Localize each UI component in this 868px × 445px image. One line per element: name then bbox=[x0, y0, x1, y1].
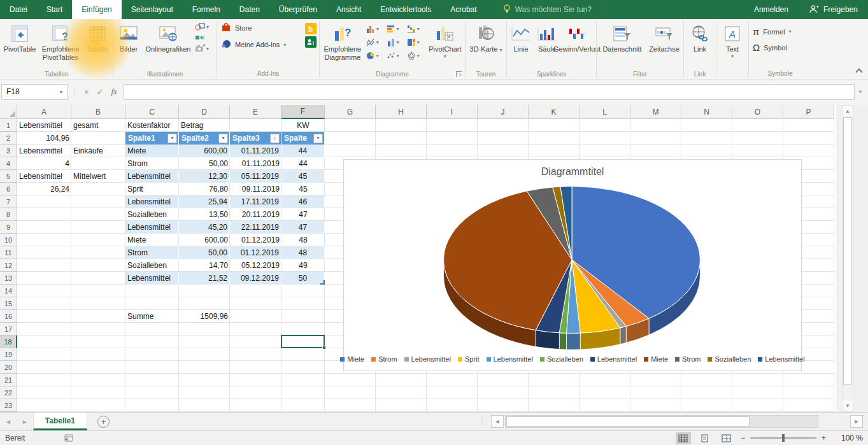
horizontal-scroll-thumb[interactable] bbox=[506, 416, 750, 427]
cell-C2[interactable]: Spalte1▾ bbox=[125, 132, 179, 145]
column-header-M[interactable]: M bbox=[630, 105, 681, 119]
cell-A2[interactable]: 104,96 bbox=[17, 132, 71, 145]
cell-F1[interactable]: KW bbox=[281, 119, 325, 132]
cell-F10[interactable]: 48 bbox=[281, 234, 325, 246]
zoom-in-icon[interactable]: + bbox=[822, 434, 826, 442]
cell-D8[interactable]: 13,50 bbox=[179, 208, 230, 221]
column-header-B[interactable]: B bbox=[71, 105, 125, 119]
row-header-13[interactable]: 13 bbox=[0, 272, 17, 285]
cell-F12[interactable]: 49 bbox=[281, 259, 325, 272]
row-header-5[interactable]: 5 bbox=[0, 170, 17, 183]
column-header-E[interactable]: E bbox=[230, 105, 281, 119]
column-header-G[interactable]: G bbox=[325, 105, 376, 119]
cell-D12[interactable]: 14,70 bbox=[179, 259, 230, 272]
row-header-8[interactable]: 8 bbox=[0, 208, 17, 221]
cell-A4[interactable]: 4 bbox=[17, 157, 71, 170]
previous-sheet-icon[interactable]: ◄ bbox=[0, 418, 17, 425]
row-header-16[interactable]: 16 bbox=[0, 310, 17, 323]
chart-title[interactable]: Diagrammtitel bbox=[344, 166, 801, 178]
textfeld-button[interactable]: A Text ▾ bbox=[719, 20, 746, 69]
zoom-level[interactable]: 100 % bbox=[832, 434, 863, 442]
scroll-down-icon[interactable]: ▼ bbox=[843, 400, 853, 411]
cell-D9[interactable]: 45,20 bbox=[179, 221, 230, 234]
symbol-button[interactable]: Ω Symbol bbox=[750, 39, 810, 55]
column-header-A[interactable]: A bbox=[17, 105, 71, 119]
cell-E9[interactable]: 22.11.2019 bbox=[230, 221, 281, 234]
cell-E2[interactable]: Spalte3↑ bbox=[230, 132, 281, 145]
radar-chart-button[interactable]: ▾ bbox=[406, 49, 426, 62]
name-box-dropdown-icon[interactable]: ▾ bbox=[60, 89, 62, 95]
cell-E5[interactable]: 05.11.2019 bbox=[230, 170, 281, 183]
cell-C9[interactable]: Lebensmittel bbox=[125, 221, 179, 234]
cell-F7[interactable]: 46 bbox=[281, 195, 325, 208]
pivotchart-button[interactable]: PivotChart ▾ bbox=[427, 20, 464, 69]
row-header-1[interactable]: 1 bbox=[0, 119, 17, 132]
row-header-14[interactable]: 14 bbox=[0, 285, 17, 297]
row-header-4[interactable]: 4 bbox=[0, 157, 17, 170]
cancel-entry-icon[interactable]: × bbox=[84, 87, 89, 97]
insert-function-icon[interactable]: fx bbox=[111, 87, 117, 97]
cell-D7[interactable]: 25,94 bbox=[179, 195, 230, 208]
cell-C1[interactable]: Kostenfaktor bbox=[125, 119, 179, 132]
filter-dropdown-icon[interactable]: ▾ bbox=[218, 134, 228, 143]
sparkline-linie-button[interactable]: Linie bbox=[508, 20, 534, 69]
column-header-K[interactable]: K bbox=[529, 105, 580, 119]
tab-acrobat[interactable]: Acrobat bbox=[441, 0, 486, 19]
tab-formeln[interactable]: Formeln bbox=[183, 0, 230, 19]
row-header-10[interactable]: 10 bbox=[0, 234, 17, 246]
cell-C16[interactable]: Summe bbox=[125, 310, 179, 323]
collapse-ribbon-button[interactable] bbox=[855, 68, 862, 75]
name-box[interactable]: F18▾ bbox=[1, 84, 68, 100]
row-header-9[interactable]: 9 bbox=[0, 221, 17, 234]
smartart-button[interactable] bbox=[195, 33, 209, 42]
row-header-17[interactable]: 17 bbox=[0, 323, 17, 336]
3d-karte-button[interactable]: 3D-Karte ▾ bbox=[468, 20, 504, 69]
cell-C11[interactable]: Strom bbox=[125, 246, 179, 259]
zeitachse-button[interactable]: Zeitachse bbox=[646, 20, 682, 69]
column-header-O[interactable]: O bbox=[732, 105, 783, 119]
row-header-11[interactable]: 11 bbox=[0, 246, 17, 259]
column-3d-chart-button[interactable]: ▾ bbox=[385, 36, 406, 49]
pie-slice-side[interactable] bbox=[536, 330, 559, 350]
column-header-J[interactable]: J bbox=[478, 105, 529, 119]
cell-D2[interactable]: Spalte2▾ bbox=[179, 132, 230, 145]
cell-D11[interactable]: 50,00 bbox=[179, 246, 230, 259]
tab-ansicht[interactable]: Ansicht bbox=[327, 0, 371, 19]
cell-E8[interactable]: 20.11.2019 bbox=[230, 208, 281, 221]
chart-legend[interactable]: MieteStromLebensmittelSpritLebensmittelS… bbox=[344, 355, 801, 363]
normal-view-button[interactable] bbox=[676, 432, 691, 444]
dialog-launcher-icon[interactable]: ↘ bbox=[456, 71, 462, 77]
people-graph-button[interactable] bbox=[305, 36, 317, 48]
cell-E3[interactable]: 01.11.2019 bbox=[230, 145, 281, 157]
onlinegrafiken-button[interactable]: Onlinegrafiken bbox=[143, 20, 194, 69]
page-break-view-button[interactable] bbox=[719, 432, 734, 444]
cell-F8[interactable]: 47 bbox=[281, 208, 325, 221]
cell-C5[interactable]: Lebensmittel bbox=[125, 170, 179, 183]
bilder-button[interactable]: Bilder bbox=[115, 20, 143, 69]
column-header-N[interactable]: N bbox=[681, 105, 732, 119]
cell-A5[interactable]: Lebensmittel bbox=[17, 170, 71, 183]
formula-bar-splitter[interactable]: ⋮ bbox=[71, 87, 78, 96]
zoom-slider-thumb[interactable] bbox=[782, 434, 785, 442]
selected-cell[interactable] bbox=[281, 335, 325, 348]
cell-D1[interactable]: Betrag bbox=[179, 119, 230, 132]
cell-F5[interactable]: 45 bbox=[281, 170, 325, 183]
cell-C8[interactable]: Sozialleben bbox=[125, 208, 179, 221]
next-sheet-icon[interactable]: ► bbox=[17, 418, 33, 425]
tell-me-search[interactable]: Was möchten Sie tun? bbox=[503, 0, 592, 19]
legend-item[interactable]: Lebensmittel bbox=[404, 355, 451, 363]
sparkline-saeule-button[interactable]: Säule bbox=[534, 20, 560, 69]
row-header-20[interactable]: 20 bbox=[0, 361, 17, 374]
expand-formula-bar-icon[interactable]: ▾ bbox=[858, 88, 862, 95]
vertical-scrollbar[interactable]: ▲ ▼ bbox=[842, 105, 853, 412]
scatter-chart-button[interactable]: ▾ bbox=[385, 49, 406, 62]
share-button[interactable]: Freigeben bbox=[799, 0, 868, 19]
horizontal-scrollbar[interactable]: ⋮ ◄ ► bbox=[478, 415, 863, 428]
row-header-6[interactable]: 6 bbox=[0, 183, 17, 195]
column-header-H[interactable]: H bbox=[376, 105, 427, 119]
embedded-pie-chart[interactable]: Diagrammtitel MieteStromLebensmittelSpri… bbox=[343, 159, 802, 371]
legend-item[interactable]: Miete bbox=[340, 355, 364, 363]
tabelle-button[interactable]: Tabelle bbox=[83, 20, 111, 69]
legend-item[interactable]: Sozialleben bbox=[708, 355, 751, 363]
cell-E12[interactable]: 05.12.2019 bbox=[230, 259, 281, 272]
